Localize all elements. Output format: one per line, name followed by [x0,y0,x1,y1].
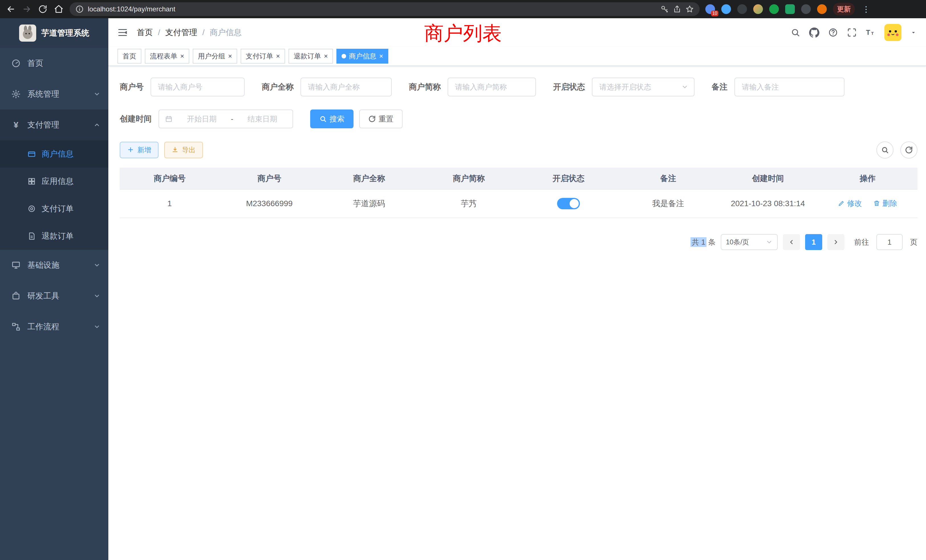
close-icon[interactable]: × [324,53,328,60]
close-icon[interactable]: × [180,53,184,60]
browser-refresh-icon[interactable] [38,4,48,14]
sidebar-item-app-info[interactable]: 应用信息 [0,168,108,195]
help-icon[interactable] [828,27,838,38]
close-icon[interactable]: × [228,53,232,60]
date-start-placeholder: 开始日期 [177,114,226,124]
cell-remark: 我是备注 [618,189,718,218]
extension-avatar-icon[interactable] [753,4,763,14]
column-header: 备注 [618,168,718,189]
tab-pay-order[interactable]: 支付订单 × [241,49,285,64]
sidebar-item-merchant-info[interactable]: 商户信息 [0,140,108,168]
full-name-label: 商户全称 [262,82,301,92]
bookmark-star-icon[interactable] [685,5,694,14]
navbar-actions: TT [790,24,917,41]
sidebar-item-infrastructure[interactable]: 基础设施 [0,250,108,281]
extension-paw-icon[interactable] [801,4,811,14]
user-avatar[interactable] [884,24,902,41]
short-name-input[interactable] [448,77,536,96]
url-bar[interactable]: localhost:1024/pay/merchant [70,2,700,16]
sidebar-item-refund-order[interactable]: 退款订单 [0,222,108,250]
chevron-up-icon [94,121,100,128]
filter-row-2: 创建时间 开始日期 - 结束日期 [120,109,917,128]
status-toggle[interactable] [557,198,580,209]
svg-text:T: T [866,29,870,36]
remark-input[interactable] [734,77,844,96]
column-header: 商户编号 [120,168,219,189]
document-icon [27,232,36,241]
sidebar-fold-icon[interactable] [118,27,128,38]
extension-drop-icon[interactable] [721,4,731,14]
page-info-icon[interactable] [75,5,84,14]
reset-button[interactable]: 重置 [359,109,402,128]
export-button[interactable]: 导出 [164,142,203,158]
font-size-icon[interactable]: TT [865,27,876,38]
breadcrumb: 首页 / 支付管理 / 商户信息 [137,27,242,38]
delete-link[interactable]: 删除 [873,198,897,209]
toggle-search-button[interactable] [876,141,894,159]
refresh-icon [368,115,376,123]
remark-label: 备注 [712,82,734,92]
chevron-down-icon [681,83,688,90]
svg-text:T: T [871,31,874,36]
column-header: 创建时间 [718,168,818,189]
column-header: 开启状态 [519,168,618,189]
sidebar-item-system[interactable]: 系统管理 [0,79,108,109]
extension-orange-avatar-icon[interactable] [817,4,827,14]
edit-link[interactable]: 修改 [838,198,862,209]
sidebar-item-pay-order[interactable]: 支付订单 [0,195,108,222]
sidebar-item-dev-tools[interactable]: 研发工具 [0,281,108,311]
browser-home-icon[interactable] [54,4,64,14]
share-icon[interactable] [673,5,681,14]
full-name-input[interactable] [301,77,392,96]
prev-page-button[interactable] [783,234,800,250]
chevron-down-icon [94,262,100,269]
password-key-icon[interactable] [660,5,669,14]
sidebar-item-home[interactable]: 首页 [0,48,108,79]
status-label: 开启状态 [553,82,592,92]
url-text: localhost:1024/pay/merchant [88,5,176,13]
close-icon[interactable]: × [276,53,280,60]
caret-down-icon[interactable] [910,29,917,36]
refresh-table-button[interactable] [900,141,917,159]
search-icon[interactable] [790,27,800,38]
browser-forward-icon[interactable] [22,4,32,14]
extension-check-icon[interactable] [769,4,779,14]
tab-refund-order[interactable]: 退款订单 × [289,49,333,64]
merchant-no-input[interactable] [151,77,245,96]
fullscreen-icon[interactable] [847,27,857,38]
tags-view: 首页 流程表单 × 用户分组 × 支付订单 × [108,47,926,66]
page-number-1[interactable]: 1 [805,234,822,250]
add-button[interactable]: 新增 [120,142,159,158]
sidebar-item-workflow[interactable]: 工作流程 [0,311,108,342]
chevron-down-icon [766,239,773,245]
pagination: 共 1条 10条/页 1 前往 [120,234,917,250]
browser-back-icon[interactable] [6,4,16,14]
extension-dark-icon[interactable] [737,4,747,14]
tab-process-form[interactable]: 流程表单 × [145,49,189,64]
page-size-select[interactable]: 10条/页 [721,234,778,250]
search-icon [881,146,889,154]
cell-status [519,189,618,218]
filter-row-1: 商户号 商户全称 商户简称 开启状态 请选择开启状态 [120,77,917,96]
goto-page-input[interactable] [876,234,903,250]
breadcrumb-home[interactable]: 首页 [137,27,153,38]
chevron-down-icon [94,91,100,97]
cell-merchant-id: 1 [120,189,219,218]
date-range-picker[interactable]: 开始日期 - 结束日期 [159,109,293,128]
breadcrumb-payment[interactable]: 支付管理 [165,27,197,38]
pencil-icon [838,200,845,207]
extension-puzzle-icon[interactable]: 10 [705,4,715,14]
search-button[interactable]: 搜索 [310,109,354,128]
tab-merchant-info[interactable]: 商户信息 × [336,49,388,64]
browser-update-button[interactable]: 更新 [833,3,855,15]
extension-green-square-icon[interactable] [785,4,795,14]
tab-user-group[interactable]: 用户分组 × [193,49,237,64]
github-icon[interactable] [809,27,819,38]
close-icon[interactable]: × [379,53,383,60]
browser-menu-icon[interactable]: ⋮ [861,5,871,14]
status-select[interactable]: 请选择开启状态 [592,77,694,96]
next-page-button[interactable] [828,234,844,250]
column-header: 商户号 [219,168,319,189]
tab-home[interactable]: 首页 [118,49,141,64]
sidebar-item-payment[interactable]: ¥ 支付管理 [0,109,108,140]
